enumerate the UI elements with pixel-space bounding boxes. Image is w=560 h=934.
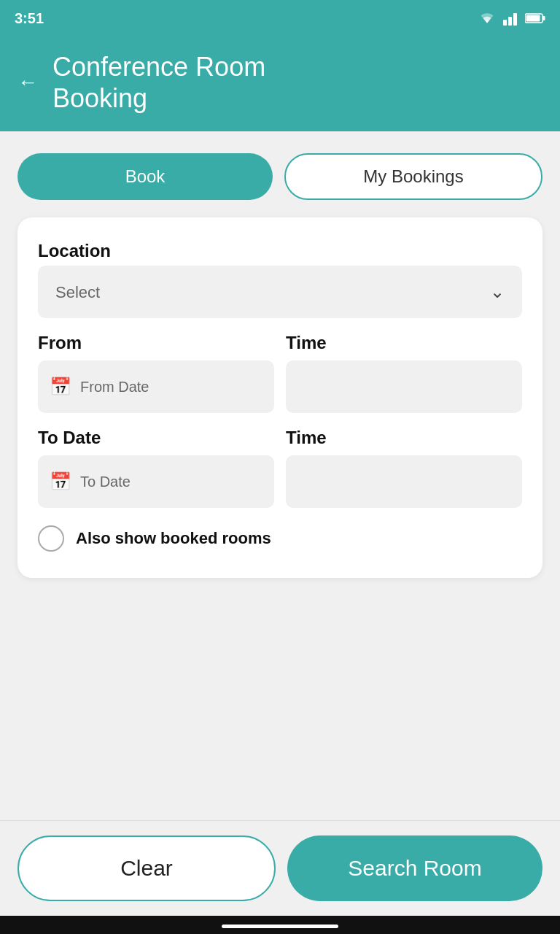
from-row: From 📅 From Date Time <box>38 333 522 413</box>
clear-button[interactable]: Clear <box>18 835 276 901</box>
from-label: From <box>38 333 274 353</box>
show-booked-radio[interactable] <box>38 525 64 552</box>
svg-rect-0 <box>503 20 507 26</box>
to-time-col: Time <box>286 428 522 508</box>
nav-bar-indicator <box>222 925 338 928</box>
svg-rect-2 <box>513 13 517 26</box>
signal-icon <box>503 11 519 26</box>
svg-rect-5 <box>543 16 545 20</box>
from-date-placeholder: From Date <box>80 379 149 395</box>
to-time-label: Time <box>286 428 522 448</box>
booking-form-card: Location Select ⌄ From 📅 From Date Time <box>18 217 542 578</box>
back-button[interactable]: ← <box>18 72 38 93</box>
to-date-col: To Date 📅 To Date <box>38 428 274 508</box>
calendar-icon-from: 📅 <box>50 377 71 397</box>
status-icons <box>477 11 545 26</box>
calendar-icon-to: 📅 <box>50 471 71 492</box>
location-section: Location Select ⌄ <box>38 241 522 318</box>
main-content: Book My Bookings Location Select ⌄ From … <box>0 131 560 820</box>
show-booked-label: Also show booked rooms <box>76 529 271 548</box>
from-time-input[interactable] <box>286 360 522 413</box>
location-label: Location <box>38 241 522 261</box>
to-date-placeholder: To Date <box>80 474 131 490</box>
svg-rect-1 <box>508 17 512 26</box>
nav-indicator <box>0 916 560 934</box>
battery-icon <box>525 12 545 24</box>
tab-row: Book My Bookings <box>18 153 542 200</box>
wifi-icon <box>477 11 497 26</box>
booked-rooms-row: Also show booked rooms <box>38 522 522 555</box>
svg-rect-4 <box>526 15 540 22</box>
from-date-input[interactable]: 📅 From Date <box>38 360 274 413</box>
from-time-label: Time <box>286 333 522 353</box>
to-date-label: To Date <box>38 428 274 448</box>
to-row: To Date 📅 To Date Time <box>38 428 522 508</box>
from-date-col: From 📅 From Date <box>38 333 274 413</box>
page-title: Conference RoomBooking <box>52 51 265 114</box>
location-select[interactable]: Select <box>38 266 522 318</box>
location-select-wrapper: Select ⌄ <box>38 266 522 318</box>
search-room-button[interactable]: Search Room <box>287 835 542 901</box>
tab-my-bookings[interactable]: My Bookings <box>284 153 542 200</box>
app-header: ← Conference RoomBooking <box>0 36 560 131</box>
from-time-col: Time <box>286 333 522 413</box>
status-time: 3:51 <box>15 10 44 27</box>
to-time-input[interactable] <box>286 455 522 508</box>
bottom-action-bar: Clear Search Room <box>0 820 560 916</box>
to-date-input[interactable]: 📅 To Date <box>38 455 274 508</box>
status-bar: 3:51 <box>0 0 560 36</box>
tab-book[interactable]: Book <box>18 153 273 200</box>
